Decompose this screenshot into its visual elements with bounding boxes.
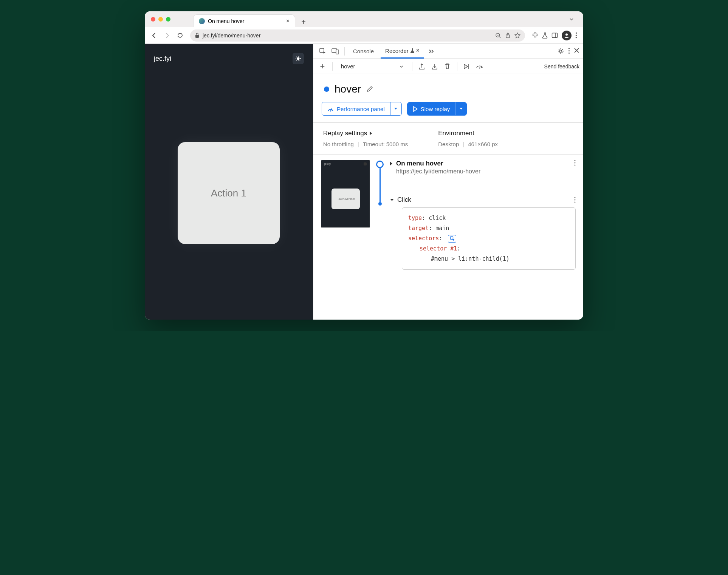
svg-point-6 xyxy=(576,35,577,36)
replay-settings-header[interactable]: Replay settings xyxy=(323,130,408,137)
device-value: Desktop xyxy=(438,141,459,147)
svg-point-5 xyxy=(576,32,577,34)
chevron-right-icon xyxy=(390,161,393,166)
feedback-link[interactable]: Send feedback xyxy=(544,63,579,70)
step-over-icon[interactable] xyxy=(475,62,485,71)
svg-point-12 xyxy=(560,50,562,53)
new-tab-button[interactable]: + xyxy=(298,17,309,27)
step-details-code[interactable]: type: click target: main selectors: sele… xyxy=(402,207,576,270)
replay-dropdown[interactable] xyxy=(455,102,466,115)
svg-point-17 xyxy=(330,110,331,111)
close-tab-button[interactable]: × xyxy=(286,18,290,25)
svg-point-4 xyxy=(565,33,568,36)
minimize-window-button[interactable] xyxy=(158,17,163,22)
recorder-tab[interactable]: Recorder × xyxy=(381,44,424,59)
svg-point-22 xyxy=(575,199,576,201)
svg-rect-11 xyxy=(336,50,339,54)
chevron-down-icon xyxy=(390,198,394,202)
share-icon[interactable] xyxy=(505,32,511,39)
svg-point-14 xyxy=(568,50,570,51)
close-devtools-icon[interactable] xyxy=(574,48,579,55)
address-bar: jec.fyi/demo/menu-hover xyxy=(145,27,583,44)
export-icon[interactable] xyxy=(417,62,427,71)
flask-icon xyxy=(410,48,415,53)
console-tab[interactable]: Console xyxy=(349,44,378,59)
omnibox[interactable]: jec.fyi/demo/menu-hover xyxy=(190,29,525,42)
svg-rect-3 xyxy=(552,33,558,38)
window-titlebar: On menu hover × + xyxy=(145,11,583,27)
page-viewport: jec.fyi Action 1 xyxy=(145,44,313,320)
recording-title: hover xyxy=(335,83,361,95)
traffic-lights xyxy=(151,17,170,22)
step-menu-icon[interactable] xyxy=(574,160,576,166)
zoom-icon[interactable] xyxy=(495,32,501,39)
edit-title-icon[interactable] xyxy=(366,86,373,93)
lock-icon xyxy=(195,32,200,38)
delete-icon[interactable] xyxy=(443,62,452,71)
chevron-right-icon xyxy=(369,131,372,136)
add-recording-button[interactable]: + xyxy=(317,62,328,71)
timeout-value: Timeout: 5000 ms xyxy=(363,141,408,147)
recorder-toolbar: + hover Send feedback xyxy=(313,59,583,74)
play-icon xyxy=(413,106,418,112)
back-button[interactable] xyxy=(149,30,160,41)
throttling-value: No throttling xyxy=(323,141,354,147)
flow-selector[interactable]: hover xyxy=(337,63,407,70)
device-toggle-icon[interactable] xyxy=(330,46,341,57)
devtools-menu-icon[interactable] xyxy=(568,48,570,55)
step-timeline xyxy=(376,160,384,270)
svg-point-16 xyxy=(479,67,480,68)
selector-picker-icon[interactable] xyxy=(448,235,456,243)
step-menu-icon[interactable] xyxy=(574,197,576,203)
step-url: https://jec.fyi/demo/menu-hover xyxy=(396,168,480,175)
extensions-icon[interactable] xyxy=(532,32,538,39)
tab-favicon xyxy=(199,18,205,24)
gauge-icon xyxy=(327,106,334,112)
maximize-window-button[interactable] xyxy=(166,17,170,22)
devtools-panel: Console Recorder × + hover xyxy=(313,44,583,320)
tab-search-button[interactable] xyxy=(566,14,577,25)
site-title[interactable]: jec.fyi xyxy=(154,55,171,63)
chrome-menu-icon[interactable] xyxy=(575,32,577,39)
performance-panel-button[interactable]: Performance panel xyxy=(322,102,402,116)
environment-header: Environment xyxy=(438,130,498,137)
card-text: Action 1 xyxy=(211,187,246,199)
svg-point-21 xyxy=(575,197,576,198)
labs-icon[interactable] xyxy=(542,32,548,39)
close-tab-icon[interactable]: × xyxy=(416,47,420,54)
step-title: On menu hover xyxy=(396,160,480,167)
import-icon[interactable] xyxy=(430,62,440,71)
step-navigate[interactable]: On menu hover https://jec.fyi/demo/menu-… xyxy=(390,160,576,175)
browser-window: On menu hover × + jec.fyi/demo/menu-hove… xyxy=(145,11,583,320)
url-text: jec.fyi/demo/menu-hover xyxy=(203,32,260,39)
svg-point-23 xyxy=(575,202,576,203)
close-window-button[interactable] xyxy=(151,17,155,22)
browser-tab[interactable]: On menu hover × xyxy=(193,14,295,27)
slow-replay-button[interactable]: Slow replay xyxy=(407,102,467,116)
svg-point-19 xyxy=(575,162,576,164)
step-thumbnail[interactable]: Hover over me! xyxy=(321,160,370,228)
step-play-icon[interactable] xyxy=(462,62,472,71)
forward-button[interactable] xyxy=(161,30,173,41)
perf-dropdown[interactable] xyxy=(390,102,401,115)
demo-card[interactable]: Action 1 xyxy=(178,142,280,244)
settings-icon[interactable] xyxy=(557,48,564,55)
side-panel-icon[interactable] xyxy=(551,32,558,38)
svg-point-20 xyxy=(575,165,576,166)
theme-toggle-button[interactable] xyxy=(293,53,304,64)
svg-point-13 xyxy=(568,48,570,49)
recording-header: hover xyxy=(313,74,583,102)
dimensions-value: 461×660 px xyxy=(468,141,498,147)
devtools-tabs: Console Recorder × xyxy=(313,44,583,59)
svg-point-7 xyxy=(576,37,577,38)
bookmark-icon[interactable] xyxy=(514,32,520,39)
svg-point-15 xyxy=(568,53,570,54)
profile-avatar[interactable] xyxy=(562,31,572,40)
inspect-icon[interactable] xyxy=(317,46,328,57)
step-click[interactable]: Click xyxy=(390,196,576,204)
svg-rect-0 xyxy=(195,35,199,38)
tab-title: On menu hover xyxy=(208,18,245,24)
replay-settings-section: Replay settings No throttling | Timeout:… xyxy=(313,122,583,155)
more-tabs-icon[interactable] xyxy=(426,46,437,57)
reload-button[interactable] xyxy=(174,30,186,41)
